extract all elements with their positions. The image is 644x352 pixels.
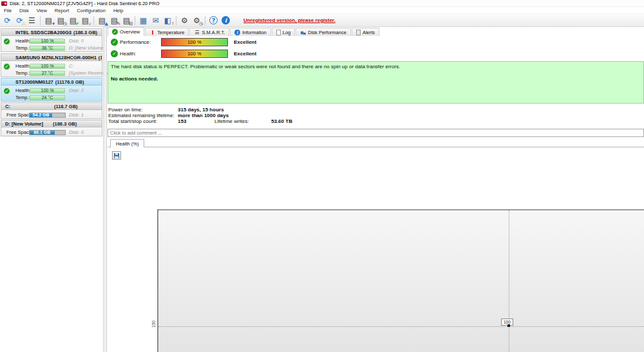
report-icon[interactable]: ▦ bbox=[138, 15, 149, 26]
help-icon[interactable]: ? bbox=[208, 15, 219, 26]
disk-repair-icon[interactable]: ▤✎ bbox=[109, 15, 120, 26]
disk-entry-seagate-selected[interactable]: ST12000NM0127 (11176.0 GB) ✓ Health: 100… bbox=[1, 78, 102, 102]
sidebar-splitter[interactable] bbox=[103, 27, 107, 352]
menu-configuration[interactable]: Configuration bbox=[73, 8, 109, 14]
menu-bar: File Disk View Report Configuration Help bbox=[0, 7, 644, 14]
disk-name: ST12000NM0127 bbox=[15, 79, 53, 85]
window-title: Disk: 2, ST12000NM0127 [ZJV5G4ZF] - Hard… bbox=[10, 1, 160, 6]
status-text: The hard disk status is PERFECT. Problem… bbox=[111, 64, 641, 69]
disk-number-label: Disk: 0 bbox=[69, 129, 84, 135]
partition-name: C: bbox=[5, 104, 10, 109]
detect-disks-icon[interactable]: ☰ bbox=[26, 15, 37, 26]
startstop-value: 153 bbox=[178, 118, 186, 124]
toolbar-separator bbox=[135, 16, 135, 25]
partition-entry-c[interactable]: C: (118.7 GB) Free Space 54.2 GB Disk: 1 bbox=[1, 102, 102, 119]
alert-page-icon bbox=[356, 30, 361, 35]
settings-icon[interactable]: ⚙ bbox=[179, 15, 190, 26]
tab-bar: ✓Overview Temperature S.M.A.R.T. iInform… bbox=[108, 27, 644, 36]
disk-ok-icon[interactable]: ▤✔ bbox=[68, 15, 79, 26]
floppy-icon bbox=[114, 153, 119, 158]
temp-bar: 24 °C bbox=[30, 95, 65, 100]
health-bar: 100 % bbox=[30, 39, 65, 44]
health-label: Health: bbox=[15, 63, 31, 69]
tab-label: Information bbox=[242, 30, 267, 35]
info-icon: i bbox=[234, 30, 240, 35]
comment-input[interactable] bbox=[108, 129, 644, 137]
disk-entry-intel[interactable]: INTEL SSDSC2BA200G3 (186.3 GB) ✓ Health:… bbox=[1, 28, 102, 52]
disk-entry-samsung[interactable]: SAMSUNG MZNLN128HCGR-000H1 (119.2 GB) Di… bbox=[1, 53, 102, 77]
y-axis-tick-label: 100 bbox=[151, 320, 156, 328]
health-label: Health: bbox=[15, 88, 31, 93]
disk-number-label: Disk: 1 bbox=[69, 112, 84, 118]
health-bar: 100 % bbox=[30, 64, 65, 69]
network-alert-icon[interactable]: ◧! bbox=[162, 15, 173, 26]
temp-label: Temp.: bbox=[15, 95, 30, 100]
partition-size: (186.3 GB) bbox=[53, 121, 77, 127]
disk-name: SAMSUNG MZNLN128HCGR-000H1 bbox=[15, 55, 97, 60]
email-icon[interactable]: ✉ bbox=[150, 15, 161, 26]
refresh-warning-icon[interactable]: ⟳⚠ bbox=[14, 15, 25, 26]
power-on-label: Power on time: bbox=[108, 107, 142, 113]
refresh-icon[interactable]: ⟳ bbox=[2, 15, 13, 26]
health-row: ✓ Health: 100 % Excellent bbox=[108, 50, 644, 59]
tab-disk-performance[interactable]: Disk Performance bbox=[296, 28, 351, 36]
disk-standby-icon[interactable]: ▤◷ bbox=[55, 15, 66, 26]
toolbar-separator bbox=[205, 16, 205, 25]
health-label: Health: bbox=[15, 38, 31, 44]
save-chart-button[interactable] bbox=[112, 151, 121, 160]
disk-print-icon[interactable]: ▤⊟ bbox=[121, 15, 132, 26]
scheduler-icon[interactable]: ⚙◷ bbox=[191, 15, 202, 26]
page-icon bbox=[276, 30, 281, 35]
menu-disk[interactable]: Disk bbox=[15, 8, 33, 14]
menu-help[interactable]: Help bbox=[109, 8, 127, 14]
disk-stats: Power on time: 315 days, 15 hours Estima… bbox=[108, 107, 644, 124]
tab-smart[interactable]: S.M.A.R.T. bbox=[189, 28, 229, 36]
partition-ref-label: C: bbox=[69, 63, 74, 69]
menu-report[interactable]: Report bbox=[51, 8, 73, 14]
disk-offline-icon[interactable]: ▤▾ bbox=[43, 15, 54, 26]
menu-file[interactable]: File bbox=[0, 8, 15, 14]
disk-entry-header: SAMSUNG MZNLN128HCGR-000H1 (119.2 GB) Di… bbox=[1, 54, 102, 61]
partition-entry-d[interactable]: D: [New Volume] (186.3 GB) Free Space 86… bbox=[1, 120, 102, 136]
disk-entry-header: ST12000NM0127 (11176.0 GB) bbox=[1, 79, 102, 86]
tab-information[interactable]: iInformation bbox=[230, 28, 271, 36]
partition-name: D: [New Volume] bbox=[5, 121, 43, 127]
main-panel: ✓Overview Temperature S.M.A.R.T. iInform… bbox=[108, 27, 644, 352]
tab-log[interactable]: Log bbox=[272, 28, 296, 36]
tab-temperature[interactable]: Temperature bbox=[145, 28, 189, 36]
title-bar: Disk: 2, ST12000NM0127 [ZJV5G4ZF] - Hard… bbox=[0, 0, 644, 7]
tab-label: S.M.A.R.T. bbox=[202, 30, 225, 35]
check-icon: ✓ bbox=[111, 39, 118, 46]
temp-label: Temp.: bbox=[15, 45, 30, 51]
tab-health-percent[interactable]: Health (%) bbox=[110, 139, 144, 147]
tab-alerts[interactable]: Alerts bbox=[352, 28, 379, 36]
tab-label: Temperature bbox=[157, 30, 184, 35]
chart-tab-bar: Health (%) bbox=[108, 139, 644, 147]
temp-bar: 36 °C bbox=[30, 46, 65, 51]
free-space-label: Free Space bbox=[6, 112, 32, 118]
lifetime-label: Estimated remaining lifetime: bbox=[108, 113, 175, 118]
health-rating: Excellent bbox=[234, 51, 256, 57]
disk-entry-header: INTEL SSDSC2BA200G3 (186.3 GB) bbox=[1, 29, 102, 36]
disk-size: (119.2 GB) bbox=[99, 55, 102, 60]
health-bar: 100 % bbox=[30, 88, 65, 93]
app-icon bbox=[1, 1, 7, 6]
startstop-label: Total start/stop count: bbox=[108, 118, 157, 124]
disk-name: INTEL SSDSC2BA200G3 bbox=[15, 30, 71, 35]
unregistered-link[interactable]: Unregistered version, please register. bbox=[243, 17, 336, 23]
temp-bar: 27 °C bbox=[30, 71, 65, 76]
check-icon: ✓ bbox=[111, 50, 118, 57]
free-space-bar: 86.1 GB bbox=[29, 130, 66, 135]
horizontal-gridline bbox=[158, 326, 644, 327]
info-icon[interactable]: i bbox=[220, 15, 231, 26]
menu-view[interactable]: View bbox=[33, 8, 51, 14]
free-space-bar: 54.2 GB bbox=[29, 113, 66, 118]
data-point-marker bbox=[507, 324, 510, 327]
disk-surface-icon[interactable]: ▤▲ bbox=[97, 15, 108, 26]
tab-overview[interactable]: ✓Overview bbox=[108, 27, 144, 36]
disk-number-label: Disk: 0 bbox=[69, 38, 84, 44]
status-action-text: No actions needed. bbox=[111, 76, 641, 82]
temp-label: Temp.: bbox=[15, 70, 30, 76]
writes-value: 53.60 TB bbox=[271, 118, 292, 124]
disk-search-icon[interactable]: ▤⌕ bbox=[80, 15, 91, 26]
